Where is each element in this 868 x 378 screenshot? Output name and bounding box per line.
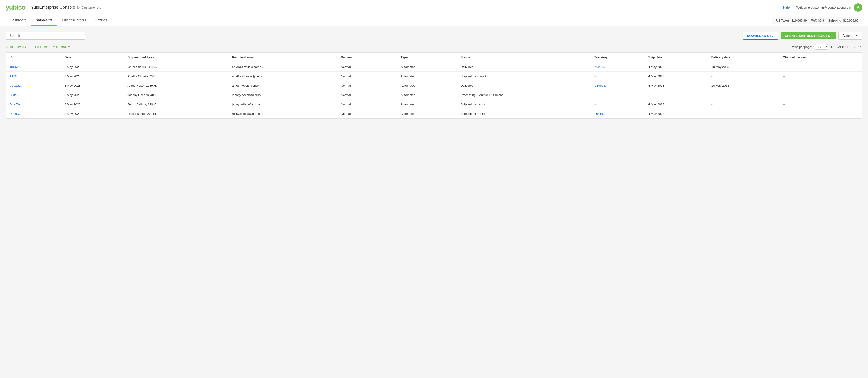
actions-label: Actions	[842, 34, 853, 37]
col-email: Recipient email	[228, 53, 337, 62]
table-cell[interactable]: C30604..	[591, 81, 645, 90]
table-row: 18U52...3 May 2023Cruella deville, 1400.…	[6, 62, 862, 72]
table-link[interactable]: A13Gi...	[10, 74, 21, 78]
logo: yubico	[6, 4, 25, 11]
table-cell[interactable]: A13Gi...	[6, 72, 61, 81]
us-taxes-label: US Taxes:	[776, 19, 790, 22]
toolbar: DOWNLOAD CSV CREATE SHIPMENT REQUEST Act…	[6, 32, 862, 39]
table-cell: Delivered	[457, 81, 591, 90]
next-page-button[interactable]: ›	[859, 44, 862, 50]
table-cell: --	[779, 72, 862, 81]
header-left: yubico YubiEnterprise Console for Custom…	[6, 4, 101, 11]
table-cell: Normal	[337, 72, 397, 81]
table-cell: 4 May 2023	[645, 109, 708, 119]
col-type: Type	[397, 53, 457, 62]
table-link[interactable]: C30604..	[594, 84, 607, 87]
col-address: Shipment address	[124, 53, 228, 62]
table-controls: ⊞ COLUMNS ☰ FILTERS ≡ DENSITY Rows per p…	[6, 44, 862, 50]
table-cell[interactable]: F9410..	[591, 109, 645, 119]
table-cell: 3 May 2023	[61, 109, 124, 119]
filters-button[interactable]: ☰ FILTERS	[31, 45, 48, 49]
table-link[interactable]: D9eaN...	[10, 112, 22, 116]
col-status: Status	[457, 53, 591, 62]
shipping-label: Shipping:	[828, 19, 842, 22]
table-cell: johhny.doesn@corpo....	[228, 90, 337, 100]
table-cell[interactable]: CRtcV...	[6, 90, 61, 100]
filters-label: FILTERS	[35, 45, 48, 49]
table-cell: Automated	[397, 81, 457, 90]
table-cell: 4 May 2023	[645, 72, 708, 81]
columns-button[interactable]: ⊞ COLUMNS	[6, 45, 26, 49]
table-cell: agatha.Christie@corp....	[228, 72, 337, 81]
columns-icon: ⊞	[6, 45, 9, 49]
header-right: Help | Welcome customer@corporation.com …	[783, 3, 862, 12]
table-cell: Normal	[337, 90, 397, 100]
shipping-value: $10,000.00	[843, 19, 858, 22]
table-link[interactable]: 18U52...	[10, 65, 21, 69]
table-cell: Shipped: In Transit	[457, 72, 591, 81]
table-cell: --	[779, 100, 862, 109]
density-label: DENSITY	[56, 45, 70, 49]
table-link[interactable]: F9410..	[594, 112, 604, 116]
col-delivery[interactable]: Delivery ↑	[337, 53, 397, 62]
table-link[interactable]: D4Y6W...	[10, 102, 23, 106]
col-channel-partner: Channel partner	[779, 53, 862, 62]
table-cell: 4 May 2023	[645, 81, 708, 90]
delivery-sort-icon: ↑	[354, 56, 356, 59]
actions-button[interactable]: Actions ▼	[838, 32, 862, 39]
table-cell: Automated	[397, 90, 457, 100]
search-input[interactable]	[6, 32, 85, 39]
table-cell: Jenny Balboa, 149 Vi...	[124, 100, 228, 109]
download-csv-button[interactable]: DOWNLOAD CSV	[743, 32, 778, 39]
nav-item-shipments[interactable]: Shipments	[31, 15, 57, 26]
filters-icon: ☰	[31, 45, 34, 49]
table-cell: --	[708, 90, 779, 100]
table-link[interactable]: CRtcV...	[10, 93, 21, 97]
table-controls-right: Rows per page: 15 25 50 100 1–15 of 1011…	[790, 44, 862, 50]
console-title: YubiEnterprise Console	[31, 5, 75, 10]
prev-page-button[interactable]: ‹	[853, 44, 856, 50]
table-cell: --	[591, 72, 645, 81]
table-cell: Johhny Doesen, 405...	[124, 90, 228, 100]
table-cell[interactable]: A0201..	[591, 62, 645, 72]
rows-per-page-select[interactable]: 15 25 50 100	[815, 44, 828, 50]
table-cell: jenny.balboa@corpo....	[228, 100, 337, 109]
table-cell: Automated	[397, 62, 457, 72]
tax-info: US Taxes: $10,000.00 | VAT: $0.0 | Shipp…	[772, 17, 862, 24]
rows-per-page-label: Rows per page:	[790, 45, 812, 49]
table-cell: --	[708, 109, 779, 119]
table-cell[interactable]: C9yaG...	[6, 81, 61, 90]
table-cell: Automated	[397, 100, 457, 109]
nav-item-dashboard[interactable]: Dashboard	[6, 15, 31, 26]
chevron-down-icon: ▼	[855, 34, 858, 37]
table-cell: alfred.nobel@corpo....	[228, 81, 337, 90]
table-link[interactable]: A0201..	[594, 65, 605, 69]
density-button[interactable]: ≡ DENSITY	[53, 45, 70, 49]
table-cell: 3 May 2023	[61, 100, 124, 109]
table-cell: cruella.deville@corpo....	[228, 62, 337, 72]
table-cell[interactable]: D4Y6W...	[6, 100, 61, 109]
table-cell: Shipped: In transit	[457, 109, 591, 119]
table-cell: Automated	[397, 72, 457, 81]
table-cell: Normal	[337, 62, 397, 72]
table-row: D9eaN...3 May 2023Rocky Balboa 208 Si...…	[6, 109, 862, 119]
console-org: for Customer org	[77, 6, 101, 9]
create-shipment-button[interactable]: CREATE SHIPMENT REQUEST	[781, 32, 836, 39]
table-controls-left: ⊞ COLUMNS ☰ FILTERS ≡ DENSITY	[6, 45, 70, 49]
nav-item-settings[interactable]: Settings	[91, 15, 112, 26]
col-delivery-date: Delivery date	[708, 53, 779, 62]
table-cell[interactable]: 18U52...	[6, 62, 61, 72]
welcome-text: Welcome customer@corporation.com	[796, 6, 851, 9]
nav-item-purchase-orders[interactable]: Purchase orders	[57, 15, 91, 26]
table-link[interactable]: C9yaG...	[10, 84, 22, 87]
shipments-table: ID Date Shipment address Recipient email…	[6, 53, 862, 118]
vat-value: $0.0	[818, 19, 824, 22]
table-cell[interactable]: D9eaN...	[6, 109, 61, 119]
col-id: ID	[6, 53, 61, 62]
table-cell: 4 May 2023	[645, 62, 708, 72]
table-cell: --	[779, 81, 862, 90]
table-row: D4Y6W...3 May 2023Jenny Balboa, 149 Vi..…	[6, 100, 862, 109]
table-cell: Normal	[337, 109, 397, 119]
table-row: CRtcV...3 May 2023Johhny Doesen, 405...j…	[6, 90, 862, 100]
help-link[interactable]: Help	[783, 6, 790, 9]
